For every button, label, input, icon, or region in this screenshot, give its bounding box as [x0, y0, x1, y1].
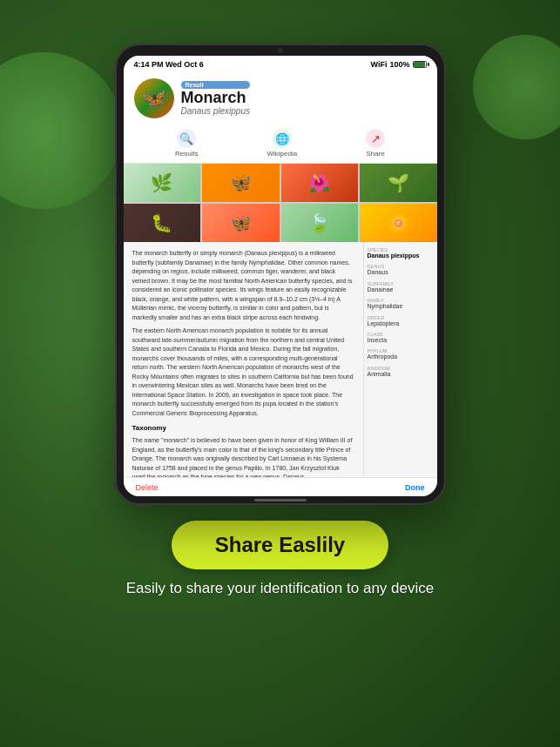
species-value: Danaus plexippus [368, 252, 432, 259]
result-badge: Result [181, 81, 251, 89]
paragraph-1: The monarch butterfly or simply monarch … [132, 249, 354, 322]
butterfly-image-5: 🐛 [124, 204, 201, 242]
bg-decoration-left [0, 52, 122, 209]
taxonomy-sidebar: Species Danaus plexippus Genus Danaus Su… [363, 242, 437, 477]
butterfly-image-1: 🌿 [124, 164, 201, 202]
share-easily-button[interactable]: Share Easlily [172, 521, 388, 569]
wikipedia-icon: 🌐 [273, 129, 292, 148]
delete-button[interactable]: Delete [136, 483, 159, 492]
content-area: The monarch butterfly or simply monarch … [124, 242, 437, 477]
genus-value: Danaus [368, 269, 432, 276]
family-value: Nymphalidae [368, 303, 432, 310]
class-value: Insecta [368, 337, 432, 344]
butterfly-image-8: 🌼 [360, 204, 437, 242]
butterfly-image-6: 🦋 [202, 204, 280, 242]
share-label: Share [366, 150, 384, 158]
wifi-icon: WiFi [371, 60, 388, 69]
kingdom-value: Animalia [368, 371, 432, 378]
butterfly-image-4: 🌱 [360, 164, 437, 202]
ipad-camera [278, 48, 283, 53]
ipad-screen: 4:14 PM Wed Oct 6 WiFi 100% 🦋 Result Mon… [124, 56, 437, 496]
butterfly-image-2: 🦋 [202, 164, 280, 202]
taxonomy-subfamily: Subfamily Danainae [368, 281, 432, 293]
butterfly-image-7: 🍃 [281, 204, 359, 242]
taxonomy-heading: Taxonomy [132, 423, 354, 434]
battery-icon [413, 61, 427, 68]
taxonomy-species: Species Danaus plexippus [368, 247, 432, 259]
wikipedia-label: Wikipedia [267, 150, 298, 158]
ipad-device: 4:14 PM Wed Oct 6 WiFi 100% 🦋 Result Mon… [115, 44, 446, 505]
butterfly-latin-name: Danaus plexippus [181, 106, 251, 116]
bg-decoration-right [473, 35, 560, 139]
results-icon: 🔍 [177, 129, 196, 148]
battery-fill [414, 62, 425, 67]
status-icons: WiFi 100% [371, 60, 427, 69]
taxonomy-paragraph: The name "monarch" is believed to have b… [132, 436, 354, 477]
results-button[interactable]: 🔍 Results [175, 129, 199, 158]
paragraph-2: The eastern North American monarch popul… [132, 326, 354, 418]
order-value: Lepidoptera [368, 320, 432, 327]
tagline-line1: Easily to share your identification [126, 580, 343, 596]
home-indicator [254, 499, 307, 501]
share-button-top[interactable]: ↗ Share [366, 129, 385, 158]
butterfly-common-name: Monarch [181, 90, 251, 107]
status-bar: 4:14 PM Wed Oct 6 WiFi 100% [124, 56, 437, 73]
butterfly-avatar: 🦋 [134, 78, 174, 118]
tagline-line2: to any device [347, 580, 434, 596]
done-button[interactable]: Done [405, 483, 425, 492]
tagline: Easily to share your identification to a… [126, 578, 434, 599]
butterfly-image-3: 🌺 [281, 164, 359, 202]
action-bar: 🔍 Results 🌐 Wikipedia ↗ Share [124, 125, 437, 164]
bottom-bar: Delete Done [124, 477, 437, 496]
main-article-text: The monarch butterfly or simply monarch … [124, 242, 363, 477]
phylum-value: Arthropoda [368, 353, 432, 360]
taxonomy-family: Family Nymphalidae [368, 298, 432, 310]
result-header: 🦋 Result Monarch Danaus plexippus [124, 73, 437, 125]
status-time: 4:14 PM Wed Oct 6 [134, 60, 204, 69]
subfamily-value: Danainae [368, 286, 432, 293]
taxonomy-order: Order Lepidoptera [368, 315, 432, 327]
bottom-section: Share Easlily Easily to share your ident… [126, 521, 434, 599]
wikipedia-button[interactable]: 🌐 Wikipedia [267, 129, 298, 158]
results-label: Results [175, 150, 199, 158]
taxonomy-kingdom: Kingdom Animalia [368, 366, 432, 378]
header-text: Result Monarch Danaus plexippus [181, 81, 251, 117]
taxonomy-phylum: Phylum Arthropoda [368, 348, 432, 360]
taxonomy-genus: Genus Danaus [368, 264, 432, 276]
taxonomy-class: Class Insecta [368, 332, 432, 344]
share-icon: ↗ [366, 129, 385, 148]
image-grid: 🌿 🦋 🌺 🌱 🐛 🦋 🍃 🌼 [124, 164, 437, 242]
